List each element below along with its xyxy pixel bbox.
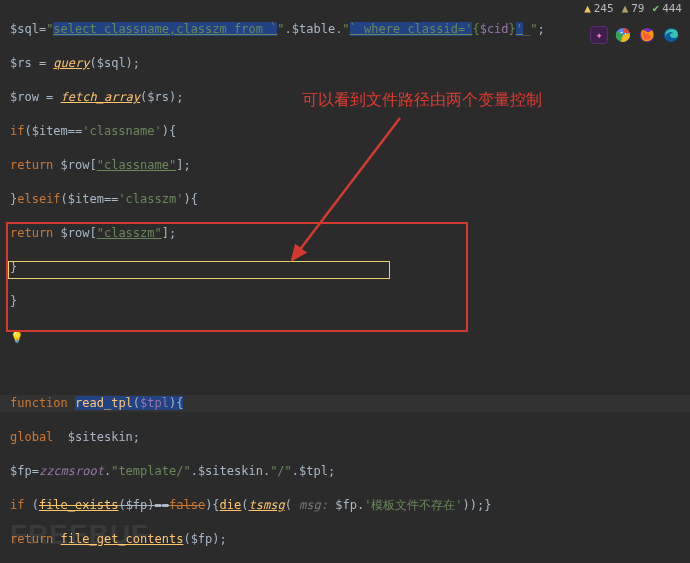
firefox-icon[interactable] bbox=[638, 26, 656, 44]
warning-icon: ▲ bbox=[584, 2, 591, 15]
jetbrains-icon[interactable]: ✦ bbox=[590, 26, 608, 44]
code-editor[interactable]: $sql="select classname,classzm from `".$… bbox=[0, 0, 690, 563]
inspection-status-bar: ▲245 ▲79 ✔444 bbox=[584, 2, 682, 15]
ok-count-label: 444 bbox=[662, 2, 682, 15]
edge-icon[interactable] bbox=[662, 26, 680, 44]
warning-count-label: 245 bbox=[594, 2, 614, 15]
intention-bulb-icon[interactable]: 💡 bbox=[10, 327, 24, 346]
warning-count-weak[interactable]: ▲79 bbox=[622, 2, 645, 15]
check-icon: ✔ bbox=[653, 2, 660, 15]
weak-warning-icon: ▲ bbox=[622, 2, 629, 15]
ok-count[interactable]: ✔444 bbox=[653, 2, 683, 15]
warning-count-high[interactable]: ▲245 bbox=[584, 2, 614, 15]
browser-open-icons: ✦ bbox=[590, 26, 680, 44]
chrome-icon[interactable] bbox=[614, 26, 632, 44]
weak-warning-count-label: 79 bbox=[631, 2, 644, 15]
